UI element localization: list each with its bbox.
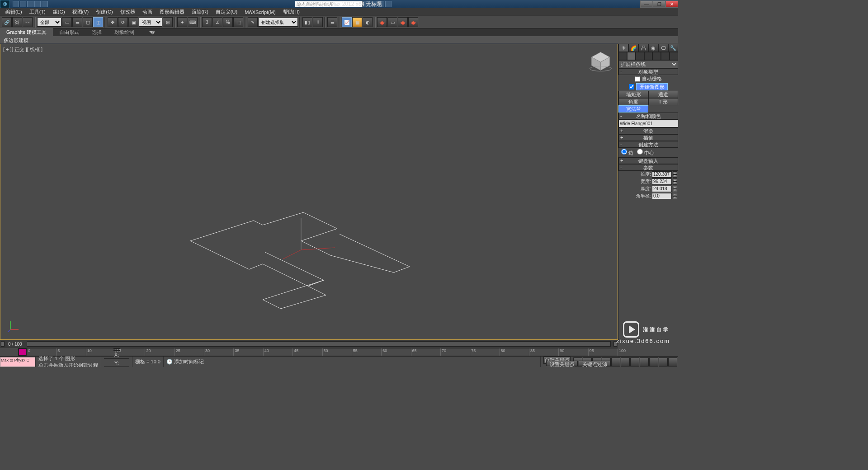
menu-rendering[interactable]: 渲染(R) — [188, 8, 212, 16]
menu-animation[interactable]: 动画 — [139, 8, 156, 16]
angle-snap-icon[interactable]: ∠ — [212, 17, 222, 27]
manipulate-icon[interactable]: ✦ — [177, 17, 187, 27]
y-field[interactable] — [104, 367, 129, 367]
ref-coord-dropdown[interactable]: 视图 — [139, 18, 162, 27]
nav-zoomall-icon[interactable] — [630, 357, 639, 367]
method-edge-radio[interactable]: 边 — [621, 149, 633, 156]
rollout-name-color[interactable]: -名称和颜色 — [618, 113, 678, 119]
start-new-shape-button[interactable]: 开始新图形 — [636, 83, 668, 90]
rollout-parameters[interactable]: -参数 — [618, 164, 678, 171]
new-icon[interactable] — [13, 1, 19, 7]
start-new-shape-checkbox[interactable] — [629, 84, 634, 89]
maxscript-listener[interactable]: Max to Physx C — [0, 357, 35, 367]
track-scroll-left-icon[interactable] — [1, 341, 5, 347]
nav-orbit-icon[interactable] — [659, 357, 668, 367]
rollout-keyboard-entry[interactable]: +键盘输入 — [618, 157, 678, 164]
length-field[interactable]: 120.307 — [652, 171, 672, 178]
edit-named-sel-icon[interactable]: ✎ — [248, 17, 258, 27]
app-logo[interactable]: ③ — [0, 0, 10, 8]
region-rect-icon[interactable]: ▢ — [83, 17, 93, 27]
unlink-icon[interactable]: ⛓ — [12, 17, 22, 27]
spinner-snap-icon[interactable]: ⬚ — [233, 17, 243, 27]
subcategory-dropdown[interactable]: 扩展样条线 — [618, 60, 678, 68]
tab-graphite[interactable]: Graphite 建模工具 — [0, 28, 53, 37]
maximize-button[interactable]: ❐ — [653, 0, 665, 8]
align-icon[interactable]: ⫴ — [313, 17, 323, 27]
x-field[interactable] — [104, 358, 129, 359]
menu-customize[interactable]: 自定义(U) — [212, 8, 241, 16]
render-icon[interactable]: 🫖 — [398, 17, 408, 27]
systems-cat-icon[interactable] — [670, 52, 678, 60]
move-icon[interactable]: ✥ — [108, 17, 118, 27]
type-wideflange-button[interactable]: 宽法兰 — [618, 105, 648, 113]
timeline-keymode-icon[interactable] — [19, 348, 27, 356]
create-tab-icon[interactable]: ✳ — [618, 44, 628, 52]
track-bar[interactable]: 0 / 100 — [0, 340, 618, 348]
rollout-interpolation[interactable]: +插值 — [618, 134, 678, 141]
snap-toggle-icon[interactable]: 3 — [202, 17, 212, 27]
time-slider-label[interactable]: 0 / 100 — [5, 342, 25, 347]
tab-object-paint[interactable]: 对象绘制 — [108, 28, 141, 37]
corner-radius-spinner[interactable]: ▲▼ — [673, 193, 677, 199]
named-selection-dropdown[interactable]: 创建选择集 — [258, 18, 298, 27]
menu-create[interactable]: 创建(C) — [92, 8, 116, 16]
open-icon[interactable] — [20, 1, 26, 7]
selection-filter-dropdown[interactable]: 全部 — [37, 18, 61, 27]
pivot-icon[interactable]: ⊞ — [163, 17, 173, 27]
select-by-name-icon[interactable]: ☰ — [72, 17, 82, 27]
thickness-spinner[interactable]: ▲▼ — [673, 186, 677, 192]
scale-icon[interactable]: ▣ — [128, 17, 138, 27]
menu-views[interactable]: 视图(V) — [69, 8, 93, 16]
width-spinner[interactable]: ▲▼ — [673, 179, 677, 185]
width-field[interactable]: 96.234 — [652, 179, 672, 185]
type-tee-button[interactable]: T 形 — [648, 98, 678, 105]
autogrid-checkbox[interactable] — [635, 76, 640, 82]
type-channel-button[interactable]: 通道 — [648, 91, 678, 98]
add-time-tag[interactable]: 添加时间标记 — [174, 359, 204, 364]
schematic-view-icon[interactable]: ▦ — [352, 17, 362, 27]
render-prod-icon[interactable]: 🫖 — [408, 17, 418, 27]
type-angle-button[interactable]: 角度 — [618, 98, 648, 105]
spacewarps-cat-icon[interactable] — [661, 52, 670, 60]
time-slider[interactable] — [27, 341, 611, 347]
menu-graph-editors[interactable]: 图形编辑器 — [156, 8, 188, 16]
length-spinner[interactable]: ▲▼ — [673, 171, 677, 178]
bind-spacewarp-icon[interactable]: 〰 — [23, 17, 33, 27]
keyfilter-button[interactable]: 关键点过滤器... — [579, 361, 610, 366]
shapes-cat-icon[interactable] — [627, 52, 636, 60]
rollout-render[interactable]: +渲染 — [618, 127, 678, 134]
redo-icon[interactable] — [42, 1, 48, 7]
lock-selection-icon[interactable] — [113, 348, 120, 349]
percent-snap-icon[interactable]: % — [223, 17, 233, 27]
timeline-ruler[interactable]: 0510152025303540455055606570758085909510… — [18, 348, 618, 356]
viewcube[interactable] — [588, 49, 613, 74]
material-editor-icon[interactable]: ◐ — [363, 17, 373, 27]
window-crossing-icon[interactable]: ◫ — [93, 17, 103, 27]
rollout-object-type[interactable]: -对象类型 — [618, 68, 678, 75]
modify-tab-icon[interactable]: 🌈 — [628, 44, 638, 52]
nav-zoom-icon[interactable] — [621, 357, 630, 367]
lights-cat-icon[interactable] — [636, 52, 644, 60]
minimize-button[interactable]: — — [640, 0, 653, 8]
display-tab-icon[interactable]: 🖵 — [658, 44, 668, 52]
help-icon[interactable] — [385, 1, 392, 7]
geometry-cat-icon[interactable] — [618, 52, 627, 60]
save-icon[interactable] — [27, 1, 33, 7]
rollout-creation-method[interactable]: -创建方法 — [618, 141, 678, 148]
setkey-button[interactable]: 设置关键点 — [546, 361, 578, 366]
utilities-tab-icon[interactable]: 🔧 — [668, 44, 678, 52]
ribbon-expand-icon[interactable]: ◥▾ — [142, 28, 155, 36]
nav-fov-icon[interactable] — [640, 357, 649, 367]
menu-edit[interactable]: 编辑(E) — [2, 8, 26, 16]
menu-tools[interactable]: 工具(T) — [26, 8, 49, 16]
corner-radius-field[interactable]: 0.0 — [652, 193, 672, 199]
close-button[interactable]: ✕ — [665, 0, 678, 8]
hierarchy-tab-icon[interactable]: 品 — [638, 44, 648, 52]
helpers-cat-icon[interactable] — [652, 52, 661, 60]
keyboard-shortcut-icon[interactable]: ⌨ — [188, 17, 198, 27]
menu-maxscript[interactable]: MAXScript(M) — [241, 9, 279, 16]
abs-rel-icon[interactable] — [113, 350, 120, 351]
menu-modifiers[interactable]: 修改器 — [117, 8, 139, 16]
viewport-perspective[interactable]: [ + ][ 正交 ][ 线框 ] — [0, 44, 618, 340]
mirror-icon[interactable]: ▮▯ — [302, 17, 312, 27]
